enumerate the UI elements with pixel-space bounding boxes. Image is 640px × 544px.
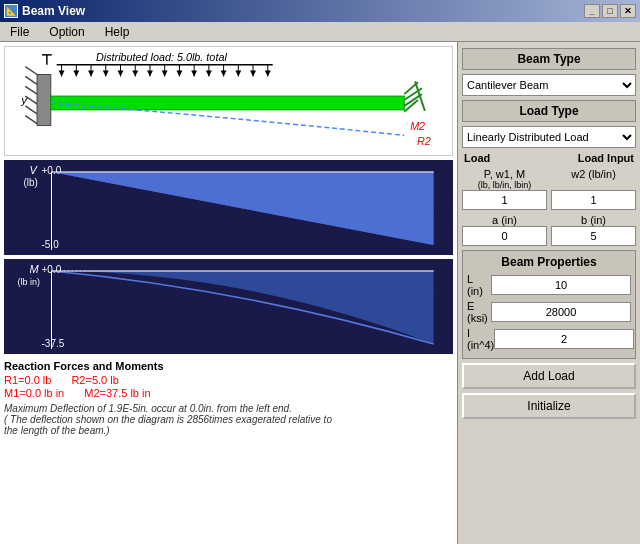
p-sublabel: (lb, lb/in, lbin) [462, 180, 547, 190]
left-panel: Distributed load: 5.0lb. total [0, 42, 458, 544]
moment-diagram: M (lb in) +0.0 -37.5 [4, 259, 453, 354]
r1-value: R1=0.0 lb [4, 374, 51, 386]
svg-text:(lb): (lb) [24, 177, 38, 188]
load-input-row2: a (in) b (in) [462, 214, 636, 246]
title-bar-buttons: _ □ ✕ [584, 4, 636, 18]
L-label: L (in) [467, 273, 491, 297]
a-col: a (in) [462, 214, 547, 246]
y-axis-label: y [20, 93, 28, 106]
svg-marker-21 [191, 71, 197, 77]
b-col: b (in) [551, 214, 636, 246]
L-input[interactable] [491, 275, 631, 295]
svg-line-34 [25, 67, 37, 75]
b-label: b (in) [551, 214, 636, 226]
a-label: a (in) [462, 214, 547, 226]
svg-text:R2: R2 [417, 135, 431, 147]
E-row: E (ksi) [467, 300, 631, 324]
svg-marker-7 [88, 71, 94, 77]
E-input[interactable] [491, 302, 631, 322]
svg-text:-5.0: -5.0 [42, 239, 60, 250]
svg-marker-13 [132, 71, 138, 77]
svg-line-45 [415, 81, 425, 110]
L-row: L (in) [467, 273, 631, 297]
menu-bar: File Option Help [0, 22, 640, 42]
svg-marker-17 [162, 71, 168, 77]
reactions-title: Reaction Forces and Moments [4, 360, 453, 372]
svg-text:(lb in): (lb in) [18, 277, 41, 287]
close-button[interactable]: ✕ [620, 4, 636, 18]
b-input[interactable] [551, 226, 636, 246]
I-row: I (in^4) [467, 327, 631, 351]
load-input-row1: P, w1, M (lb, lb/in, lbin) w2 (lb/in) [462, 168, 636, 210]
I-label: I (in^4) [467, 327, 494, 351]
reaction-values-row2: M1=0.0 lb in M2=37.5 lb in [4, 387, 453, 399]
load-type-dropdown[interactable]: Point Load Uniform Distributed Load Line… [462, 126, 636, 148]
reaction-values-row1: R1=0.0 lb R2=5.0 lb [4, 374, 453, 386]
menu-option[interactable]: Option [43, 23, 90, 41]
svg-marker-19 [176, 71, 182, 77]
svg-marker-15 [147, 71, 153, 77]
I-input[interactable] [494, 329, 634, 349]
w2-label: w2 (lb/in) [551, 168, 636, 180]
r2-value: R2=5.0 lb [71, 374, 118, 386]
right-panel: Beam Type Simply Supported Beam Cantilev… [458, 42, 640, 544]
beam-properties: Beam Properties L (in) E (ksi) I (in^4) [462, 250, 636, 359]
svg-text:M: M [30, 263, 40, 275]
svg-marker-23 [206, 71, 212, 77]
load-type-label: Load Type [462, 100, 636, 122]
svg-line-39 [25, 116, 37, 124]
load-label: Load [464, 152, 490, 164]
svg-marker-31 [265, 71, 271, 77]
svg-text:-37.5: -37.5 [42, 338, 65, 349]
beam-area: Distributed load: 5.0lb. total [4, 46, 453, 156]
w2-col: w2 (lb/in) [551, 168, 636, 210]
deflection-text: Maximum Deflection of 1.9E-5in. occur at… [4, 403, 453, 436]
svg-marker-29 [250, 71, 256, 77]
svg-rect-33 [37, 74, 51, 125]
minimize-button[interactable]: _ [584, 4, 600, 18]
svg-marker-5 [73, 71, 79, 77]
beam-type-label: Beam Type [462, 48, 636, 70]
svg-marker-11 [118, 71, 124, 77]
a-input[interactable] [462, 226, 547, 246]
menu-help[interactable]: Help [99, 23, 136, 41]
m2-value: M2=37.5 lb in [84, 387, 150, 399]
svg-marker-3 [59, 71, 65, 77]
E-label: E (ksi) [467, 300, 491, 324]
svg-line-35 [25, 76, 37, 84]
right-support [404, 81, 425, 111]
w2-input[interactable] [551, 190, 636, 210]
window-title: Beam View [22, 4, 85, 18]
wall-support [25, 67, 51, 126]
add-load-button[interactable]: Add Load [462, 363, 636, 389]
m1-value: M1=0.0 lb in [4, 387, 64, 399]
svg-line-38 [25, 106, 37, 114]
title-bar: 📐 Beam View _ □ ✕ [0, 0, 640, 22]
p-w1-m-col: P, w1, M (lb, lb/in, lbin) [462, 168, 547, 210]
svg-text:M2: M2 [410, 120, 425, 132]
main-content: Distributed load: 5.0lb. total [0, 42, 640, 544]
svg-marker-27 [235, 71, 241, 77]
svg-marker-25 [221, 71, 227, 77]
menu-file[interactable]: File [4, 23, 35, 41]
shear-diagram: V (lb) +0.0 -5.0 [4, 160, 453, 255]
beam-type-dropdown[interactable]: Simply Supported Beam Cantilever Beam Fi… [462, 74, 636, 96]
input-label: Load Input [578, 152, 634, 164]
svg-marker-9 [103, 71, 109, 77]
beam-props-title: Beam Properties [467, 255, 631, 269]
maximize-button[interactable]: □ [602, 4, 618, 18]
p-label: P, w1, M [462, 168, 547, 180]
p-input[interactable] [462, 190, 547, 210]
initialize-button[interactable]: Initialize [462, 393, 636, 419]
distributed-load-label: Distributed load: 5.0lb. total [96, 51, 227, 63]
app-icon: 📐 [4, 4, 18, 18]
svg-rect-40 [51, 96, 404, 110]
reactions-area: Reaction Forces and Moments R1=0.0 lb R2… [4, 358, 453, 438]
